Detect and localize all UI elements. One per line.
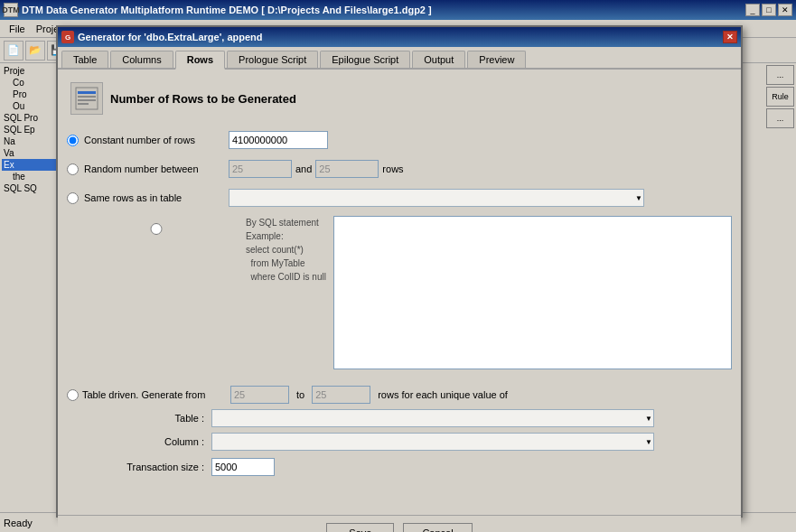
tree-item-proje[interactable]: Proje xyxy=(2,65,59,77)
dialog-footer: Save Cancel xyxy=(58,515,741,532)
app-icon: DTM xyxy=(4,3,18,17)
left-panel: Proje Co Pro Ou SQL Pro SQL Ep Na Va xyxy=(0,63,61,512)
table-select[interactable] xyxy=(211,409,654,427)
svg-rect-0 xyxy=(76,88,98,109)
window-title: DTM Data Generator Multiplatform Runtime… xyxy=(22,5,745,15)
tree-item-ou[interactable]: Ou xyxy=(2,100,59,112)
random-label: Random number between xyxy=(84,163,229,174)
tree-item-va[interactable]: Va xyxy=(2,147,59,159)
window-controls: _ □ ✕ xyxy=(745,4,792,16)
svg-rect-2 xyxy=(78,96,96,98)
same-rows-label: Same rows as in table xyxy=(84,192,229,203)
section-header: Number of Rows to be Generated xyxy=(67,79,732,118)
tab-table[interactable]: Table xyxy=(61,51,108,68)
transaction-row: Transaction size : xyxy=(67,458,732,476)
table-driven-row: Table driven. Generate from to rows for … xyxy=(67,386,732,404)
table-label: Table : xyxy=(67,413,211,424)
dialog-title: Generator for 'dbo.ExtraLarge', append xyxy=(78,32,723,42)
side-button-rule[interactable]: Rule xyxy=(766,87,794,107)
sql-radio[interactable] xyxy=(74,223,239,235)
generator-dialog: G Generator for 'dbo.ExtraLarge', append… xyxy=(56,25,743,518)
tree-item-sql-pro[interactable]: SQL Pro xyxy=(2,112,59,124)
column-label: Column : xyxy=(67,436,211,447)
tree-item-ex[interactable]: Ex xyxy=(2,159,59,171)
section-icon xyxy=(70,82,103,115)
column-select[interactable] xyxy=(211,433,654,451)
tab-bar: Table Columns Rows Prologue Script Epilo… xyxy=(58,47,741,70)
table-driven-suffix: rows for each unique value of xyxy=(378,389,508,400)
side-button-1[interactable]: ... xyxy=(766,65,794,85)
dialog-body: Number of Rows to be Generated Constant … xyxy=(58,70,741,515)
section-title: Number of Rows to be Generated xyxy=(110,92,296,106)
random-from-input[interactable] xyxy=(229,160,292,178)
same-rows-row: Same rows as in table ▼ xyxy=(67,187,732,209)
side-button-3[interactable]: ... xyxy=(766,108,794,128)
rows-label: rows xyxy=(382,163,403,174)
new-button[interactable]: 📄 xyxy=(4,41,23,61)
tree-item-na[interactable]: Na xyxy=(2,135,59,147)
transaction-label: Transaction size : xyxy=(67,462,211,472)
same-rows-radio[interactable] xyxy=(67,192,79,204)
tab-epilogue[interactable]: Epilogue Script xyxy=(320,51,410,68)
same-rows-table-select[interactable] xyxy=(229,189,644,207)
tree-item-the[interactable]: the xyxy=(2,171,59,182)
constant-value-input[interactable] xyxy=(229,131,328,149)
tab-prologue[interactable]: Prologue Script xyxy=(227,51,318,68)
dialog-close-button[interactable]: ✕ xyxy=(723,31,737,43)
tab-columns[interactable]: Columns xyxy=(110,51,173,68)
sql-helper-text: By SQL statement Example: select count(*… xyxy=(246,216,326,378)
table-select-row: Table : ▼ xyxy=(67,409,732,427)
tab-preview[interactable]: Preview xyxy=(467,51,526,68)
random-row: Random number between and rows xyxy=(67,158,732,180)
close-button[interactable]: ✕ xyxy=(778,4,792,16)
svg-rect-1 xyxy=(78,91,96,94)
tree-item-sql-sq[interactable]: SQL SQ xyxy=(2,182,59,194)
dialog-icon: G xyxy=(61,31,74,43)
title-bar: DTM DTM Data Generator Multiplatform Run… xyxy=(0,0,796,20)
menu-file[interactable]: File xyxy=(4,22,31,36)
random-radio[interactable] xyxy=(67,163,79,175)
constant-radio[interactable] xyxy=(67,135,79,146)
dialog-title-bar: G Generator for 'dbo.ExtraLarge', append… xyxy=(58,27,741,47)
tree-item-sql-ep[interactable]: SQL Ep xyxy=(2,124,59,135)
to-label: to xyxy=(296,389,304,400)
side-buttons: ... Rule ... xyxy=(764,63,796,130)
main-window: DTM DTM Data Generator Multiplatform Run… xyxy=(0,0,796,532)
save-button[interactable]: Save xyxy=(326,523,394,532)
table-driven-to-input[interactable] xyxy=(312,386,370,404)
sql-row: By SQL statement Example: select count(*… xyxy=(67,216,732,378)
transaction-input[interactable] xyxy=(211,458,275,476)
table-driven-from-input[interactable] xyxy=(230,386,289,404)
svg-rect-3 xyxy=(78,99,96,101)
svg-rect-4 xyxy=(78,103,89,105)
table-driven-radio[interactable] xyxy=(67,389,79,401)
constant-label: Constant number of rows xyxy=(84,135,229,145)
random-to-input[interactable] xyxy=(315,160,379,178)
minimize-button[interactable]: _ xyxy=(745,4,760,16)
maximize-button[interactable]: □ xyxy=(762,4,776,16)
tree-item-pro[interactable]: Pro xyxy=(2,89,59,100)
sql-textarea[interactable] xyxy=(333,216,732,369)
table-driven-label: Table driven. Generate from xyxy=(82,389,227,400)
column-select-row: Column : ▼ xyxy=(67,433,732,451)
tab-output[interactable]: Output xyxy=(412,51,465,68)
and-label: and xyxy=(295,163,312,174)
constant-row: Constant number of rows xyxy=(67,129,732,151)
open-button[interactable]: 📂 xyxy=(25,41,45,61)
status-text: Ready xyxy=(4,518,33,528)
tab-rows[interactable]: Rows xyxy=(175,51,225,70)
tree-item-co[interactable]: Co xyxy=(2,77,59,89)
cancel-button[interactable]: Cancel xyxy=(403,523,472,532)
